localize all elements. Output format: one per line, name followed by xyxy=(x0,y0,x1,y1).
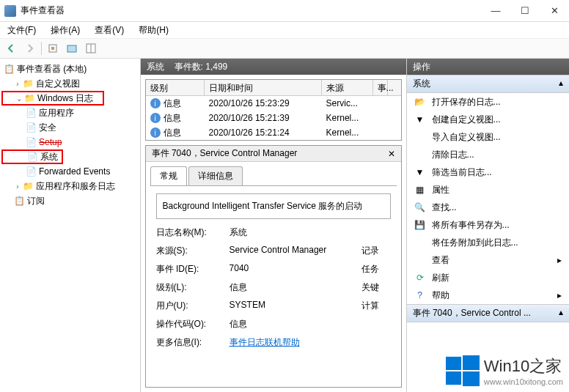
info-icon: i xyxy=(150,127,161,138)
col-eventid[interactable]: 事... xyxy=(373,80,388,95)
svg-rect-6 xyxy=(463,355,480,370)
window-title: 事件查看器 xyxy=(21,4,481,17)
collapse-icon: ▴ xyxy=(559,307,563,319)
svg-rect-7 xyxy=(446,371,461,385)
filter-icon: ▼ xyxy=(414,114,426,125)
tree-root[interactable]: 📋事件查看器 (本地) xyxy=(1,62,139,76)
maximize-button[interactable]: ☐ xyxy=(510,0,540,22)
watermark-url: www.win10xitong.com xyxy=(484,377,563,386)
action-find[interactable]: 🔍查找... xyxy=(407,199,569,216)
col-source[interactable]: 来源 xyxy=(322,80,373,95)
prop-label: 操作代码(O): xyxy=(156,318,230,330)
table-row[interactable]: i信息2020/10/26 15:21:39Kernel... xyxy=(146,111,401,125)
tree-subscriptions[interactable]: 📋订阅 xyxy=(1,193,139,208)
menubar: 文件(F) 操作(A) 查看(V) 帮助(H) xyxy=(0,22,569,38)
prop-label: 事件 ID(E): xyxy=(156,263,230,275)
detail-title: 事件 7040，Service Control Manager xyxy=(152,147,298,160)
prop-label: 来源(S): xyxy=(156,245,230,257)
menu-view[interactable]: 查看(V) xyxy=(92,23,127,38)
tree-custom-views[interactable]: ›📁自定义视图 xyxy=(1,76,139,91)
folder-open-icon: 📂 xyxy=(414,96,426,108)
table-row[interactable]: i信息2020/10/26 15:21:24Kernel... xyxy=(146,125,401,140)
svg-rect-1 xyxy=(51,47,54,50)
action-clear-log[interactable]: 清除日志... xyxy=(407,146,569,163)
toolbar-icon-3[interactable] xyxy=(83,40,99,56)
action-open-saved[interactable]: 📂打开保存的日志... xyxy=(407,93,569,111)
actions-group-event[interactable]: 事件 7040，Service Control ...▴ xyxy=(407,304,569,322)
prop-label: 级别(L): xyxy=(156,281,230,294)
detail-panel: 事件 7040，Service Control Manager ✕ 常规 详细信… xyxy=(145,145,402,388)
action-save-as[interactable]: 💾将所有事件另存为... xyxy=(407,216,569,234)
titlebar: 事件查看器 — ☐ ✕ xyxy=(0,0,569,22)
prop-label: 日志名称(M): xyxy=(156,226,230,239)
action-attach-task[interactable]: 将任务附加到此日志... xyxy=(407,234,569,251)
close-button[interactable]: ✕ xyxy=(540,0,569,22)
action-import-view[interactable]: 导入自定义视图... xyxy=(407,128,569,146)
action-properties[interactable]: ▦属性 xyxy=(407,181,569,199)
col-level[interactable]: 级别 xyxy=(146,80,205,95)
menu-action[interactable]: 操作(A) xyxy=(48,23,83,38)
center-title: 系统 xyxy=(147,61,164,73)
center-panel: 系统 事件数: 1,499 级别 日期和时间 来源 事... i信息2020/1… xyxy=(141,59,407,392)
chevron-right-icon: ▸ xyxy=(557,255,562,265)
chevron-right-icon: ▸ xyxy=(557,290,562,300)
toolbar-icon-1[interactable] xyxy=(45,40,61,56)
toolbar-icon-2[interactable] xyxy=(64,40,80,56)
detail-close-icon[interactable]: ✕ xyxy=(388,149,395,159)
minimize-button[interactable]: — xyxy=(481,0,510,22)
collapse-icon: ▴ xyxy=(559,78,563,90)
tree-system[interactable]: 📄系统 xyxy=(1,149,63,164)
svg-rect-5 xyxy=(446,357,461,370)
help-icon: ? xyxy=(414,289,426,301)
forward-button[interactable] xyxy=(22,40,38,56)
tree-app-service-logs[interactable]: ›📁应用程序和服务日志 xyxy=(1,179,139,193)
actions-panel: 操作 系统▴ 📂打开保存的日志... ▼创建自定义视图... 导入自定义视图..… xyxy=(407,59,569,392)
search-icon: 🔍 xyxy=(414,201,426,213)
menu-file[interactable]: 文件(F) xyxy=(4,23,39,38)
tree-security[interactable]: 📄安全 xyxy=(1,120,139,135)
detail-message: Background Intelligent Transfer Service … xyxy=(156,193,391,219)
col-datetime[interactable]: 日期和时间 xyxy=(205,80,322,95)
info-icon: i xyxy=(150,98,161,108)
app-icon xyxy=(4,5,16,17)
grid-header: 级别 日期和时间 来源 事... xyxy=(146,80,401,96)
windows-logo-icon xyxy=(446,354,480,388)
more-info-link[interactable]: 事件日志联机帮助 xyxy=(230,336,361,349)
watermark: Win10之家 www.win10xitong.com xyxy=(443,352,566,389)
save-icon: 💾 xyxy=(414,219,426,231)
prop-label: 用户(U): xyxy=(156,300,230,312)
tree-panel: 📋事件查看器 (本地) ›📁自定义视图 ⌄📁Windows 日志 📄应用程序 📄… xyxy=(0,59,141,392)
prop-label: 更多信息(I): xyxy=(156,336,230,349)
detail-properties: 日志名称(M):系统 来源(S):Service Control Manager… xyxy=(156,226,391,349)
table-row[interactable]: i信息2020/10/26 15:23:29Servic... xyxy=(146,96,401,111)
tree-application[interactable]: 📄应用程序 xyxy=(1,106,139,120)
svg-rect-2 xyxy=(67,45,76,52)
tab-general[interactable]: 常规 xyxy=(150,166,187,185)
info-icon: i xyxy=(150,113,161,123)
tree-windows-logs[interactable]: ⌄📁Windows 日志 xyxy=(1,91,104,106)
action-help[interactable]: ?帮助▸ xyxy=(407,286,569,304)
tree-forwarded[interactable]: 📄Forwarded Events xyxy=(1,164,139,179)
center-header: 系统 事件数: 1,499 xyxy=(141,59,406,75)
menu-help[interactable]: 帮助(H) xyxy=(136,23,172,38)
action-create-view[interactable]: ▼创建自定义视图... xyxy=(407,111,569,128)
tab-details[interactable]: 详细信息 xyxy=(188,166,243,185)
event-grid: 级别 日期和时间 来源 事... i信息2020/10/26 15:23:29S… xyxy=(145,79,402,141)
back-button[interactable] xyxy=(3,40,19,56)
actions-group-system[interactable]: 系统▴ xyxy=(407,75,569,93)
svg-rect-8 xyxy=(463,371,480,386)
action-refresh[interactable]: ⟳刷新 xyxy=(407,269,569,286)
actions-header: 操作 xyxy=(407,59,569,75)
properties-icon: ▦ xyxy=(414,184,426,196)
refresh-icon: ⟳ xyxy=(414,272,426,284)
center-count: 事件数: 1,499 xyxy=(175,61,228,73)
action-view[interactable]: 查看▸ xyxy=(407,251,569,269)
action-filter[interactable]: ▼筛选当前日志... xyxy=(407,163,569,181)
tree-setup[interactable]: 📄Setup xyxy=(1,135,139,149)
filter-icon: ▼ xyxy=(414,166,426,178)
watermark-text: Win10之家 xyxy=(484,355,563,377)
toolbar xyxy=(0,38,569,59)
